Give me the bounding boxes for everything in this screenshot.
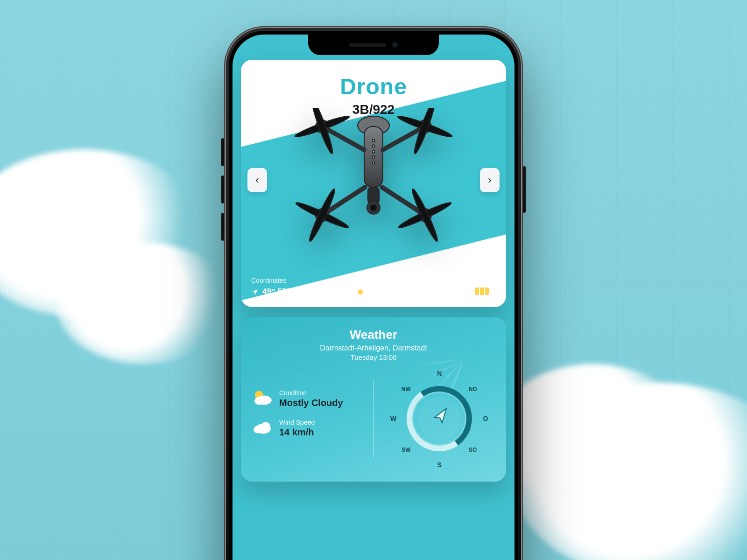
screen: Drone 3B/922 ‹ › (233, 35, 514, 560)
svg-point-14 (307, 188, 337, 243)
compass-so: SO (469, 447, 477, 453)
compass-no: NO (469, 386, 477, 392)
chevron-right-icon: › (488, 174, 491, 186)
front-camera-icon (392, 42, 398, 48)
svg-point-19 (373, 151, 375, 153)
condition-row: Condition Mostly Cloudy (252, 389, 363, 408)
svg-point-20 (373, 156, 375, 159)
compass-sw: SW (402, 447, 410, 453)
weather-conditions: Condition Mostly Cloudy (252, 389, 363, 448)
svg-point-16 (409, 188, 440, 243)
svg-point-4 (370, 204, 377, 211)
svg-point-17 (373, 140, 375, 142)
phone-frame: Drone 3B/922 ‹ › (224, 26, 523, 560)
status-label: Status (356, 277, 427, 284)
svg-point-27 (261, 422, 270, 428)
wind-value: 14 km/h (279, 427, 315, 438)
drone-carousel: ‹ › (241, 122, 506, 238)
battery-percent: 73% (452, 287, 469, 296)
weather-title: Weather (252, 328, 495, 342)
compass-n: N (437, 370, 442, 377)
status-value: Delivering (356, 287, 427, 297)
partly-cloudy-icon (252, 389, 273, 406)
drone-stats-bar: Coordinates 49° 52' N , 8° 39' O Status (241, 268, 506, 307)
battery-block: 73% (432, 286, 496, 297)
condition-label: Condition (279, 389, 343, 397)
weather-card: Weather Darmstadt-Arheilgen, Darmstadt T… (241, 317, 506, 482)
status-block: Status Delivering (356, 277, 427, 297)
compass-s: S (437, 461, 442, 469)
compass: N NO O SO S SW W NW (390, 370, 488, 468)
divider (374, 379, 374, 458)
wind-label: Wind Speed (279, 419, 315, 426)
weather-header: Weather Darmstadt-Arheilgen, Darmstadt T… (252, 328, 495, 361)
compass-w: W (390, 415, 396, 422)
next-drone-button[interactable]: › (480, 168, 500, 192)
cloud-decoration (56, 243, 233, 364)
coords-label: Coordinates (251, 277, 351, 284)
status-text: Delivering (369, 287, 409, 297)
weather-location: Darmstadt-Arheilgen, Darmstadt (252, 344, 495, 352)
speaker-icon (349, 43, 386, 47)
cloud-decoration (495, 364, 691, 504)
coords-value: 49° 52' N , 8° 39' O (251, 287, 351, 297)
svg-point-24 (254, 397, 264, 405)
chevron-left-icon: ‹ (255, 174, 259, 186)
drone-title: Drone (250, 74, 497, 99)
drone-card: Drone 3B/922 ‹ › (241, 60, 506, 307)
svg-point-26 (254, 426, 263, 433)
phone-notch (308, 35, 439, 55)
condition-value: Mostly Cloudy (279, 398, 343, 408)
app-content: Drone 3B/922 ‹ › (233, 35, 514, 560)
compass-nw: NW (402, 386, 411, 392)
prev-drone-button[interactable]: ‹ (247, 168, 267, 192)
drone-image (294, 108, 453, 248)
cloud-icon (252, 419, 273, 435)
compass-dial (407, 386, 472, 451)
battery-icon (473, 286, 496, 297)
status-dot-icon (356, 287, 365, 297)
location-arrow-icon (251, 288, 259, 296)
weather-time: Tuesday 13:00 (252, 353, 495, 361)
wind-row: Wind Speed 14 km/h (252, 419, 363, 438)
svg-point-18 (373, 145, 375, 147)
compass-o: O (483, 415, 488, 422)
coords-block: Coordinates 49° 52' N , 8° 39' O (251, 277, 351, 297)
phone-bezel: Drone 3B/922 ‹ › (229, 31, 518, 560)
coords-text: 49° 52' N , 8° 39' O (262, 287, 335, 297)
weather-body: Condition Mostly Cloudy (252, 370, 495, 468)
svg-point-21 (373, 162, 375, 164)
